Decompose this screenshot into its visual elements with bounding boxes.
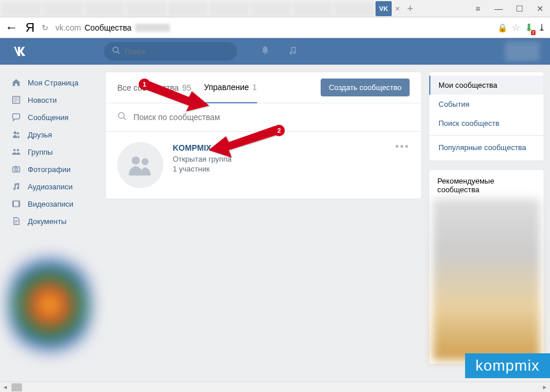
music-icon[interactable]	[288, 45, 298, 58]
sidebar-item-video[interactable]: Видеозаписи	[6, 195, 98, 212]
profile-menu[interactable]	[505, 42, 540, 61]
tabs-row: Все сообщества 95 Управление 1 Создать с…	[106, 72, 421, 103]
lock-icon[interactable]: 🔒	[497, 23, 507, 32]
svg-point-9	[17, 149, 19, 151]
sidebar-item-my-page[interactable]: Моя Страница	[6, 74, 98, 91]
group-list-item[interactable]: KOMPMIX Открытая группа 1 участник •••	[106, 132, 421, 199]
url-field[interactable]: vk.com Сообщества	[55, 23, 490, 32]
tab-blurred[interactable]	[168, 2, 208, 17]
watermark: kompmix	[465, 353, 550, 378]
tab-blurred[interactable]	[43, 2, 83, 17]
search-icon	[117, 111, 127, 123]
tab-blurred[interactable]	[126, 2, 166, 17]
right-menu: Мои сообщества События Поиск сообществ П…	[429, 72, 544, 161]
url-domain: vk.com	[55, 23, 81, 32]
browser-window: VK × + ≡ — ☐ ✕ ← Я ↻ vk.com Сообщества 🔒…	[0, 0, 550, 38]
reload-button[interactable]: ↻	[42, 23, 49, 32]
group-actions-menu[interactable]: •••	[395, 141, 410, 153]
bookmark-icon[interactable]: ☆	[512, 22, 520, 33]
notifications-icon[interactable]	[260, 45, 270, 58]
search-icon	[112, 46, 120, 57]
sidebar-item-label: Сообщения	[28, 113, 69, 122]
rmenu-search[interactable]: Поиск сообществ	[429, 114, 544, 133]
url-bar: ← Я ↻ vk.com Сообщества 🔒 ☆ ⬇7 ⤓	[0, 17, 550, 38]
menu-icon[interactable]: ≡	[471, 2, 484, 15]
group-avatar-placeholder	[117, 142, 163, 188]
group-type: Открытая группа	[173, 155, 232, 163]
svg-line-1	[118, 52, 120, 54]
sidebar-item-groups[interactable]: Группы	[6, 143, 98, 160]
left-sidebar: Моя Страница Новости Сообщения Друзья Гр…	[6, 72, 98, 363]
tab-blurred[interactable]	[84, 2, 125, 17]
audio-icon	[10, 181, 22, 192]
sidebar-item-label: Моя Страница	[28, 79, 79, 87]
sidebar-item-messages[interactable]: Сообщения	[6, 109, 98, 126]
download-badge: 7	[531, 30, 536, 35]
rmenu-my-communities[interactable]: Мои сообщества	[429, 76, 544, 95]
svg-rect-15	[18, 201, 20, 207]
horizontal-scrollbar[interactable]: ◄ ►	[0, 382, 550, 392]
recommended-block: Рекомендуемые сообщества	[429, 169, 544, 364]
scroll-right-arrow[interactable]: ►	[540, 383, 550, 392]
scroll-left-arrow[interactable]: ◄	[0, 383, 10, 392]
rmenu-popular[interactable]: Популярные сообщества	[429, 138, 544, 157]
svg-point-22	[142, 158, 148, 165]
tab-count: 95	[182, 83, 191, 92]
url-blurred	[135, 24, 170, 32]
sidebar-item-friends[interactable]: Друзья	[6, 126, 98, 143]
sidebar-item-label: Аудиозаписи	[28, 182, 73, 191]
back-button[interactable]: ←	[5, 20, 18, 35]
tab-blurred[interactable]	[334, 2, 374, 17]
svg-rect-12	[14, 166, 17, 167]
svg-point-6	[14, 132, 17, 135]
tab-manage[interactable]: Управление 1	[204, 72, 257, 103]
active-tab-vk[interactable]: VK	[376, 1, 392, 16]
sidebar-item-news[interactable]: Новости	[6, 91, 98, 109]
topbar-search-input[interactable]	[125, 47, 229, 56]
close-tab-button[interactable]: ×	[393, 4, 402, 13]
sidebar-item-audio[interactable]: Аудиозаписи	[6, 178, 98, 195]
scroll-thumb[interactable]	[12, 383, 22, 391]
tab-label: Все сообщества	[117, 83, 179, 92]
url-page: Сообщества	[84, 23, 131, 32]
sidebar-item-label: Видеозаписи	[28, 200, 73, 208]
communities-search-input[interactable]	[133, 113, 410, 122]
tab-label: Управление	[204, 83, 249, 92]
search-box[interactable]	[104, 42, 237, 61]
friends-icon	[10, 129, 22, 140]
create-community-button[interactable]: Создать сообщество	[321, 79, 410, 96]
docs-icon	[10, 215, 22, 227]
vk-logo[interactable]	[13, 43, 29, 59]
svg-point-11	[15, 168, 18, 171]
rmenu-events[interactable]: События	[429, 95, 544, 114]
sidebar-item-label: Новости	[28, 96, 57, 104]
group-members: 1 участник	[173, 165, 232, 173]
tab-blurred[interactable]	[209, 2, 250, 17]
communities-card: Все сообщества 95 Управление 1 Создать с…	[105, 72, 422, 199]
group-name-link[interactable]: KOMPMIX	[173, 143, 232, 152]
download-arrow-icon[interactable]: ⤓	[538, 22, 545, 33]
new-tab-button[interactable]: +	[404, 3, 416, 14]
download-icon[interactable]: ⬇7	[525, 21, 533, 34]
tab-blurred[interactable]	[292, 2, 333, 17]
minimize-button[interactable]: —	[492, 2, 505, 15]
svg-point-8	[13, 149, 16, 151]
yandex-logo[interactable]: Я	[25, 20, 35, 35]
tab-all-communities[interactable]: Все сообщества 95	[117, 73, 191, 103]
svg-rect-14	[13, 201, 14, 207]
sidebar-item-docs[interactable]: Документы	[6, 212, 98, 230]
tab-blurred[interactable]	[1, 2, 42, 17]
svg-point-19	[118, 113, 124, 118]
tab-blurred[interactable]	[251, 2, 291, 17]
groups-icon	[10, 146, 22, 158]
sidebar-item-label: Группы	[28, 148, 53, 156]
close-window-button[interactable]: ✕	[534, 2, 547, 15]
maximize-button[interactable]: ☐	[513, 2, 526, 15]
sidebar-item-label: Документы	[28, 217, 66, 226]
home-icon	[10, 77, 22, 88]
sidebar-item-photos[interactable]: Фотографии	[6, 160, 98, 178]
svg-line-20	[124, 118, 126, 120]
tab-strip: VK × + ≡ — ☐ ✕	[0, 0, 550, 17]
communities-search-row	[106, 103, 421, 132]
video-icon	[10, 198, 22, 210]
